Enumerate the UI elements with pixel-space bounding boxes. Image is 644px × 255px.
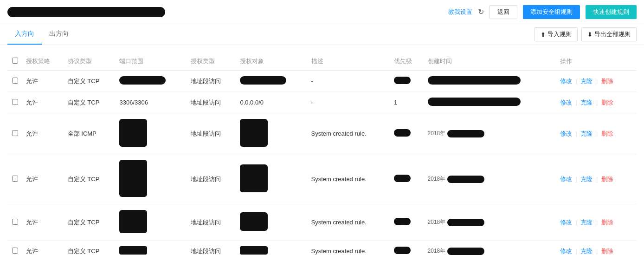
row-checkbox-cell [7,154,22,204]
header-right: 教我设置 ↻ 返回 添加安全组规则 快速创建规则 [448,5,637,19]
row-checkbox[interactable] [12,219,18,225]
protocol-cell: 自定义 TCP [64,204,116,241]
help-link[interactable]: 教我设置 [448,8,472,16]
clone-link[interactable]: 克隆 [580,176,592,183]
refresh-icon[interactable]: ↻ [478,7,484,16]
row-checkbox-cell [7,204,22,241]
modify-link[interactable]: 修改 [560,130,572,137]
auth-object-cell [236,204,307,241]
action-links: 修改 | 克隆 | 删除 [560,218,633,227]
action-links: 修改 | 克隆 | 删除 [560,77,633,85]
header: 教我设置 ↻ 返回 添加安全组规则 快速创建规则 [0,0,644,24]
export-all-label: 导出全部规则 [594,30,631,39]
auth-policy-cell: 允许 [22,92,64,113]
delete-link[interactable]: 删除 [601,78,613,85]
quick-create-button[interactable]: 快速创建规则 [586,5,637,19]
priority-cell [390,113,424,154]
description-cell: System created rule. [308,241,390,255]
table-row: 允许 自定义 TCP 地址段访问 System created rule. 20… [7,241,637,255]
select-all-checkbox[interactable] [12,58,18,64]
row-checkbox[interactable] [12,130,18,136]
created-time-cell [424,92,556,113]
row-checkbox[interactable] [12,176,18,182]
import-rules-button[interactable]: ⬆ 导入规则 [535,27,578,41]
actions-cell: 修改 | 克隆 | 删除 [556,204,637,241]
clone-link[interactable]: 克隆 [580,219,592,226]
tab-outbound[interactable]: 出方向 [42,24,76,45]
clone-link[interactable]: 克隆 [580,99,592,106]
delete-link[interactable]: 删除 [601,130,613,137]
action-links: 修改 | 克隆 | 删除 [560,98,633,107]
delete-link[interactable]: 删除 [601,219,613,226]
auth-object-cell [236,154,307,204]
delete-link[interactable]: 删除 [601,99,613,106]
th-checkbox [7,52,22,71]
th-auth-type: 授权类型 [187,52,237,71]
row-checkbox[interactable] [12,99,18,105]
export-all-button[interactable]: ⬇ 导出全部规则 [581,27,637,41]
action-links: 修改 | 克隆 | 删除 [560,247,633,255]
description-cell: System created rule. [308,154,390,204]
action-links: 修改 | 克隆 | 删除 [560,130,633,138]
created-time-cell: 2018年 [424,204,556,241]
action-links: 修改 | 克隆 | 删除 [560,175,633,183]
add-rule-button[interactable]: 添加安全组规则 [523,5,580,19]
clone-link[interactable]: 克隆 [580,130,592,137]
actions-cell: 修改 | 克隆 | 删除 [556,154,637,204]
tabs: 入方向 出方向 [7,24,76,45]
port-range-cell [116,204,187,241]
auth-policy-cell: 允许 [22,154,64,204]
modify-link[interactable]: 修改 [560,248,572,255]
row-checkbox-cell [7,92,22,113]
th-auth-policy: 授权策略 [22,52,64,71]
priority-cell [390,204,424,241]
auth-policy-cell: 允许 [22,71,64,92]
protocol-cell: 自定义 TCP [64,154,116,204]
priority-cell [390,154,424,204]
protocol-cell: 自定义 TCP [64,71,116,92]
actions-cell: 修改 | 克隆 | 删除 [556,71,637,92]
clone-link[interactable]: 克隆 [580,248,592,255]
description-cell: - [308,92,390,113]
port-range-cell [116,154,187,204]
auth-type-cell: 地址段访问 [187,113,237,154]
th-priority: 优先级 [390,52,424,71]
created-time-cell [424,71,556,92]
rules-table: 授权策略 协议类型 端口范围 授权类型 授权对象 描述 优先级 创建时间 操作 … [7,52,637,255]
th-port-range: 端口范围 [116,52,187,71]
auth-object-cell [236,71,307,92]
th-actions: 操作 [556,52,637,71]
created-time-cell: 2018年 [424,113,556,154]
priority-cell: 1 [390,92,424,113]
back-button[interactable]: 返回 [489,5,517,19]
auth-policy-cell: 允许 [22,113,64,154]
modify-link[interactable]: 修改 [560,99,572,106]
row-checkbox-cell [7,113,22,154]
tabs-bar: 入方向 出方向 ⬆ 导入规则 ⬇ 导出全部规则 [0,24,644,45]
protocol-cell: 自定义 TCP [64,92,116,113]
row-checkbox[interactable] [12,248,18,254]
modify-link[interactable]: 修改 [560,219,572,226]
description-cell: System created rule. [308,204,390,241]
auth-policy-cell: 允许 [22,241,64,255]
table-row: 允许 自定义 TCP 3306/3306 地址段访问 0.0.0.0/0 - 1… [7,92,637,113]
table-row: 允许 自定义 TCP 地址段访问 System created rule. 20… [7,204,637,241]
delete-link[interactable]: 删除 [601,176,613,183]
port-range-cell: 3306/3306 [116,92,187,113]
actions-cell: 修改 | 克隆 | 删除 [556,92,637,113]
th-protocol: 协议类型 [64,52,116,71]
priority-cell [390,241,424,255]
modify-link[interactable]: 修改 [560,78,572,85]
row-checkbox-cell [7,241,22,255]
th-auth-object: 授权对象 [236,52,307,71]
created-time-cell: 2018年 [424,241,556,255]
auth-type-cell: 地址段访问 [187,92,237,113]
priority-cell [390,71,424,92]
auth-type-cell: 地址段访问 [187,71,237,92]
delete-link[interactable]: 删除 [601,248,613,255]
modify-link[interactable]: 修改 [560,176,572,183]
clone-link[interactable]: 克隆 [580,78,592,85]
row-checkbox[interactable] [12,78,18,84]
th-created-time: 创建时间 [424,52,556,71]
tab-inbound[interactable]: 入方向 [7,24,42,45]
